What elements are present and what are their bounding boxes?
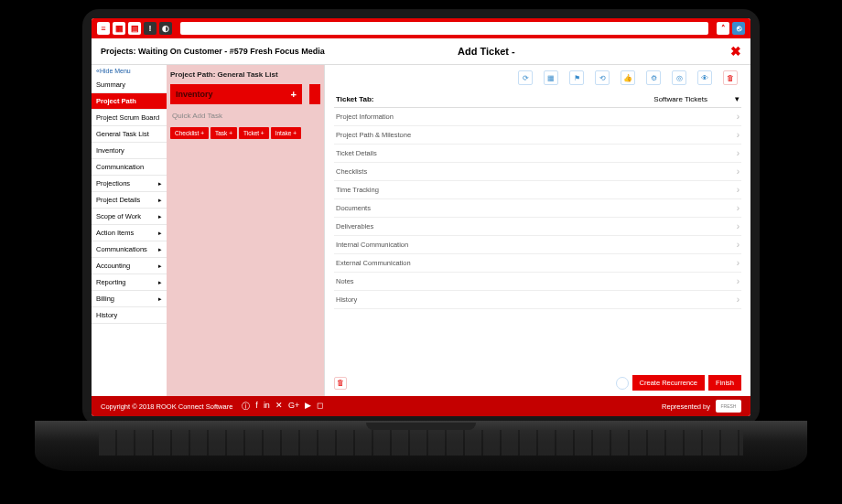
rewind-icon[interactable]: ⟲ xyxy=(595,70,610,85)
chip-intake[interactable]: Intake + xyxy=(271,127,301,139)
mid-column: Project Path: General Task List Inventor… xyxy=(167,65,324,396)
social-icons: ⓘ f in ✕ G+ ▶ ◻ xyxy=(242,401,323,413)
grid-icon[interactable]: ▦ xyxy=(113,22,125,35)
inventory-header[interactable]: Inventory + xyxy=(170,84,302,104)
linkedin-icon[interactable]: in xyxy=(264,401,270,413)
acc-notes[interactable]: Notes› xyxy=(334,273,741,291)
chevron-right-icon: ▸ xyxy=(158,230,162,237)
plus-icon[interactable]: + xyxy=(291,89,297,100)
panel-title: Add Ticket - xyxy=(458,46,515,57)
facebook-icon[interactable]: f xyxy=(255,401,258,413)
twitter-icon[interactable]: ✕ xyxy=(275,401,283,413)
sidebar-item-scope[interactable]: Scope of Work▸ xyxy=(92,209,167,225)
toggle-icon[interactable]: ◐ xyxy=(159,22,172,35)
acc-history[interactable]: History› xyxy=(334,291,741,309)
chevron-right-icon: › xyxy=(737,221,739,231)
quick-add-label: Quick Add Task xyxy=(170,108,320,123)
sidebar-item-billing[interactable]: Billing▸ xyxy=(92,291,167,307)
delete-icon[interactable]: 🗑 xyxy=(334,377,347,390)
laptop-frame: ≡ ▦ ▤ ! ◐ ˄ ⎋ Projects: Waiting On Custo… xyxy=(82,9,760,425)
action-row: 🗑 Create Recurrence Finish xyxy=(334,370,741,396)
recurrence-icon[interactable] xyxy=(616,377,629,390)
acc-path-milestone[interactable]: Project Path & Milestone› xyxy=(334,126,741,145)
acc-internal-comm[interactable]: Internal Communication› xyxy=(334,236,741,254)
link-icon[interactable]: ⚙ xyxy=(646,70,661,85)
sidebar-item-scrum-board[interactable]: Project Scrum Board xyxy=(92,110,167,126)
sidebar-item-communications[interactable]: Communications▸ xyxy=(92,241,167,258)
alert-icon[interactable]: ! xyxy=(144,22,157,35)
footer: Copyright © 2018 ROOK Connect Software ⓘ… xyxy=(92,396,750,416)
target-icon[interactable]: ◎ xyxy=(672,70,686,85)
laptop-base xyxy=(35,421,807,471)
flag-icon[interactable]: ⚑ xyxy=(569,70,584,85)
ticket-tab-label: Ticket Tab: xyxy=(336,95,374,103)
search-input[interactable] xyxy=(180,22,708,35)
chevron-right-icon: ▸ xyxy=(158,263,162,270)
chevron-right-icon: › xyxy=(737,276,739,286)
chevron-right-icon: › xyxy=(737,240,739,250)
calendar-icon[interactable]: ▤ xyxy=(128,22,141,35)
sidebar-item-project-details[interactable]: Project Details▸ xyxy=(92,192,167,209)
sidebar-item-reporting[interactable]: Reporting▸ xyxy=(92,274,167,291)
refresh-icon[interactable]: ⟳ xyxy=(518,70,533,85)
breadcrumb-row: Projects: Waiting On Customer - #579 Fre… xyxy=(92,38,750,65)
sidebar-item-history[interactable]: History xyxy=(92,307,167,324)
trash-icon[interactable]: 🗑 xyxy=(723,70,738,85)
thumb-icon[interactable]: 👍 xyxy=(621,70,635,85)
info-icon[interactable]: ⓘ xyxy=(242,401,250,413)
close-icon[interactable]: ✖ xyxy=(730,44,741,59)
chevron-right-icon: › xyxy=(737,295,739,305)
chevron-right-icon: ▸ xyxy=(158,197,162,204)
sidebar-item-action-items[interactable]: Action Items▸ xyxy=(92,225,167,241)
sidebar-item-accounting[interactable]: Accounting▸ xyxy=(92,258,167,274)
acc-documents[interactable]: Documents› xyxy=(334,199,741,218)
chip-ticket[interactable]: Ticket + xyxy=(239,127,269,139)
chevron-right-icon: › xyxy=(737,148,739,158)
chip-checklist[interactable]: Checklist + xyxy=(170,127,209,139)
acc-checklists[interactable]: Checklists› xyxy=(334,163,741,181)
acc-ticket-details[interactable]: Ticket Details› xyxy=(334,145,741,163)
next-section-sliver[interactable] xyxy=(309,84,320,104)
app-screen: ≡ ▦ ▤ ! ◐ ˄ ⎋ Projects: Waiting On Custo… xyxy=(92,18,750,416)
sidebar-item-inventory[interactable]: Inventory xyxy=(92,143,167,159)
breadcrumb: Projects: Waiting On Customer - #579 Fre… xyxy=(101,47,325,56)
eye-icon[interactable]: 👁 xyxy=(697,70,712,85)
left-pane: «Hide Menu Summary Project Path Project … xyxy=(92,65,325,396)
panel-toolbar: ⟳ ▦ ⚑ ⟲ 👍 ⚙ ◎ 👁 🗑 xyxy=(334,65,741,91)
create-recurrence-button[interactable]: Create Recurrence xyxy=(632,375,705,391)
sidebar-item-project-path[interactable]: Project Path xyxy=(92,93,167,110)
chevron-down-icon: ▾ xyxy=(735,94,739,103)
project-path-label: Project Path: General Task List xyxy=(170,69,320,80)
exit-icon[interactable]: ⎋ xyxy=(732,22,745,35)
app-logo-icon[interactable]: ≡ xyxy=(97,22,110,35)
instagram-icon[interactable]: ◻ xyxy=(317,401,323,413)
collapse-icon[interactable]: ˄ xyxy=(717,22,729,35)
chevron-right-icon: ▸ xyxy=(158,180,162,188)
chip-task[interactable]: Task + xyxy=(210,127,237,139)
chevron-right-icon: › xyxy=(737,166,739,177)
youtube-icon[interactable]: ▶ xyxy=(305,401,311,413)
google-icon[interactable]: G+ xyxy=(288,401,299,413)
sidebar: «Hide Menu Summary Project Path Project … xyxy=(92,65,167,396)
chip-row: Checklist + Task + Ticket + Intake + xyxy=(170,127,320,139)
chevron-right-icon: ▸ xyxy=(158,246,162,253)
sidebar-item-projections[interactable]: Projections▸ xyxy=(92,176,167,192)
copyright: Copyright © 2018 ROOK Connect Software xyxy=(101,402,232,411)
sidebar-item-communication[interactable]: Communication xyxy=(92,159,167,176)
acc-project-info[interactable]: Project Information› xyxy=(334,108,741,126)
ticket-tab-select[interactable]: Software Tickets ▾ xyxy=(653,94,739,103)
acc-external-comm[interactable]: External Communication› xyxy=(334,254,741,273)
chevron-right-icon: ▸ xyxy=(158,295,162,303)
keyboard xyxy=(99,430,743,456)
finish-button[interactable]: Finish xyxy=(708,375,741,391)
content: «Hide Menu Summary Project Path Project … xyxy=(92,65,750,396)
hide-menu-link[interactable]: «Hide Menu xyxy=(92,65,167,77)
sidebar-item-task-list[interactable]: General Task List xyxy=(92,126,167,143)
acc-deliverables[interactable]: Deliverables› xyxy=(334,218,741,236)
chevron-right-icon: › xyxy=(737,203,739,213)
acc-time-tracking[interactable]: Time Tracking› xyxy=(334,181,741,199)
date-icon[interactable]: ▦ xyxy=(544,70,558,85)
sidebar-item-summary[interactable]: Summary xyxy=(92,77,167,93)
accordion: Project Information› Project Path & Mile… xyxy=(334,108,741,370)
ticket-tab-row: Ticket Tab: Software Tickets ▾ xyxy=(334,91,741,108)
